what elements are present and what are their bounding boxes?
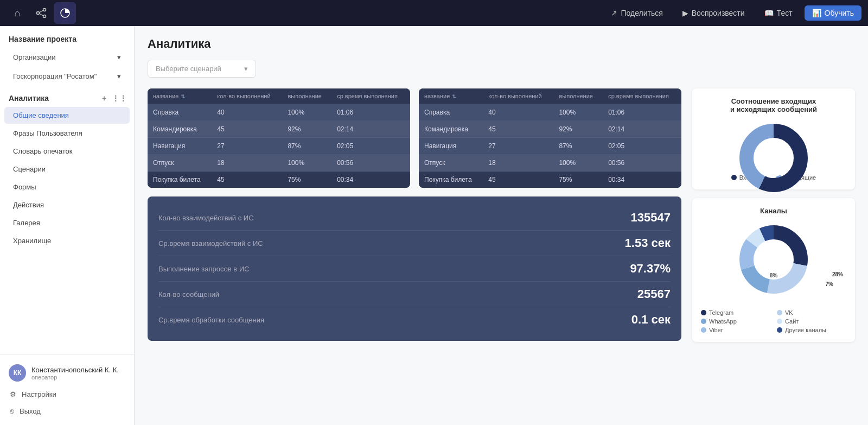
corp-dropdown[interactable]: Госкорпорация "Росатом" ▾ <box>4 68 130 85</box>
grid-icon[interactable]: ⋮⋮ <box>113 92 125 104</box>
cell-count: 27 <box>212 138 282 155</box>
stat-label: Кол-во взаимодействий с ИС <box>158 214 254 222</box>
viber-dot <box>701 327 706 333</box>
sort-icon-1[interactable]: ⇅ <box>181 93 185 99</box>
table-row: Командировка 45 92% 02:14 <box>419 121 681 138</box>
cell-count: 45 <box>212 172 282 188</box>
analytics-section: Аналитика + ⋮⋮ <box>0 86 134 106</box>
cell-name: Справка <box>419 104 483 121</box>
share-button[interactable]: ↗ Поделиться <box>603 5 670 21</box>
sidebar-item-storage[interactable]: Хранилище <box>4 232 130 249</box>
avatar: КК <box>9 364 26 382</box>
test-label: Тест <box>777 9 793 17</box>
stat-label: Ср.время взаимодействий с ИС <box>158 239 263 248</box>
org-dropdown[interactable]: Организации ▾ <box>4 49 130 66</box>
flow-icon[interactable] <box>30 2 52 24</box>
legend-vk: VK <box>777 309 846 316</box>
main-layout: Название проекта Организации ▾ Госкорпор… <box>0 26 868 425</box>
cell-count: 45 <box>483 172 553 188</box>
analytics-icon[interactable] <box>54 2 76 24</box>
sidebar-item-gallery[interactable]: Галерея <box>4 214 130 231</box>
whatsapp-dot <box>701 319 706 324</box>
book-icon: 📖 <box>764 9 774 17</box>
cell-name: Командировка <box>419 121 483 138</box>
sort-icon-2[interactable]: ⇅ <box>452 93 456 99</box>
col-pct-1: выполнение <box>282 88 331 104</box>
legend-site: Сайт <box>777 318 846 325</box>
sidebar-item-dict[interactable]: Словарь опечаток <box>4 143 130 160</box>
cell-time: 00:56 <box>603 155 681 172</box>
cell-time: 02:14 <box>331 121 410 138</box>
stat-label: Выполнение запросов в ИС <box>158 265 250 273</box>
cell-pct: 100% <box>553 155 603 172</box>
table-row: Навигация 27 87% 02:05 <box>148 138 410 155</box>
test-button[interactable]: 📖 Тест <box>757 5 800 21</box>
add-section-button[interactable]: + <box>98 92 110 104</box>
svg-point-0 <box>37 12 40 15</box>
col-pct-2: выполнение <box>553 88 603 104</box>
table-row: Отпуск 18 100% 00:56 <box>419 155 681 172</box>
logout-icon: ⎋ <box>10 407 14 415</box>
cell-time: 00:34 <box>331 172 410 188</box>
cell-time: 01:06 <box>331 104 410 121</box>
topbar-actions: ↗ Поделиться ▶ Воспроизвести 📖 Тест 📊 Об… <box>603 5 861 21</box>
telegram-dot <box>701 310 706 315</box>
cell-count: 40 <box>483 104 553 121</box>
project-name: Название проекта <box>0 26 134 48</box>
tables-row: название ⇅ кол-во выполнений выполнение … <box>148 88 681 188</box>
cell-pct: 92% <box>553 121 603 138</box>
sidebar-item-actions[interactable]: Действия <box>4 196 130 213</box>
scenario-selector[interactable]: Выберите сценарий ▾ <box>148 60 256 78</box>
stat-value: 25567 <box>637 287 671 301</box>
sidebar-item-phrases[interactable]: Фразы Пользователя <box>4 125 130 142</box>
cell-name: Покупка билета <box>419 172 483 188</box>
cell-name: Покупка билета <box>148 172 212 188</box>
content-area: Аналитика Выберите сценарий ▾ название <box>135 26 868 425</box>
actions-label: Действия <box>13 201 44 209</box>
svg-line-3 <box>40 10 43 12</box>
user-role: оператор <box>31 374 125 380</box>
learn-icon: 📊 <box>812 9 821 17</box>
cell-time: 02:05 <box>603 138 681 155</box>
play-button[interactable]: ▶ Воспроизвести <box>675 5 752 21</box>
cell-pct: 87% <box>553 138 603 155</box>
channels-legend: Telegram VK WhatsApp Сайт <box>701 309 846 333</box>
vk-dot <box>777 310 782 315</box>
cell-count: 27 <box>483 138 553 155</box>
learn-label: Обучить <box>825 9 854 17</box>
user-name: Константинопольский К. К. <box>31 366 125 374</box>
home-icon[interactable]: ⌂ <box>7 2 28 24</box>
user-profile[interactable]: КК Константинопольский К. К. оператор <box>4 360 130 386</box>
site-dot <box>777 319 782 324</box>
sidebar-item-scenarios[interactable]: Сценарии <box>4 161 130 177</box>
sidebar-item-forms[interactable]: Формы <box>4 179 130 195</box>
play-icon: ▶ <box>682 9 688 17</box>
cell-time: 00:34 <box>603 172 681 188</box>
table-row: Справка 40 100% 01:06 <box>148 104 410 121</box>
sidebar-bottom: КК Константинопольский К. К. оператор ⚙ … <box>0 354 134 425</box>
cell-name: Справка <box>148 104 212 121</box>
org-label: Организации <box>13 53 56 61</box>
stat-row: Ср.время взаимодействий с ИС 1.53 сек <box>158 231 671 256</box>
stat-label: Кол-во сообщений <box>158 290 219 299</box>
section-actions: + ⋮⋮ <box>98 92 125 104</box>
logout-item[interactable]: ⎋ Выход <box>4 403 130 420</box>
stat-row: Кол-во сообщений 25567 <box>158 282 671 307</box>
stat-value: 0.1 сек <box>631 313 671 327</box>
analytics-section-label: Аналитика <box>9 94 49 103</box>
overview-label: Общие сведения <box>13 111 69 119</box>
storage-label: Хранилище <box>13 237 51 245</box>
table-row: Командировка 45 92% 02:14 <box>148 121 410 138</box>
stat-row: Кол-во взаимодействий с ИС 135547 <box>158 205 671 231</box>
col-name-1: название ⇅ <box>148 88 212 104</box>
play-label: Воспроизвести <box>692 9 745 17</box>
chevron-down-icon2: ▾ <box>117 72 121 80</box>
settings-item[interactable]: ⚙ Настройки <box>4 386 130 403</box>
share-label: Поделиться <box>621 9 662 17</box>
stat-row: Выполнение запросов в ИС 97.37% <box>158 256 671 282</box>
incoming-donut <box>736 120 812 196</box>
analytics-right: Соотношение входящихи исходящих сообщени… <box>692 88 855 351</box>
cell-time: 02:05 <box>331 138 410 155</box>
learn-button[interactable]: 📊 Обучить <box>805 5 861 21</box>
sidebar-item-overview[interactable]: Общие сведения <box>4 107 130 124</box>
